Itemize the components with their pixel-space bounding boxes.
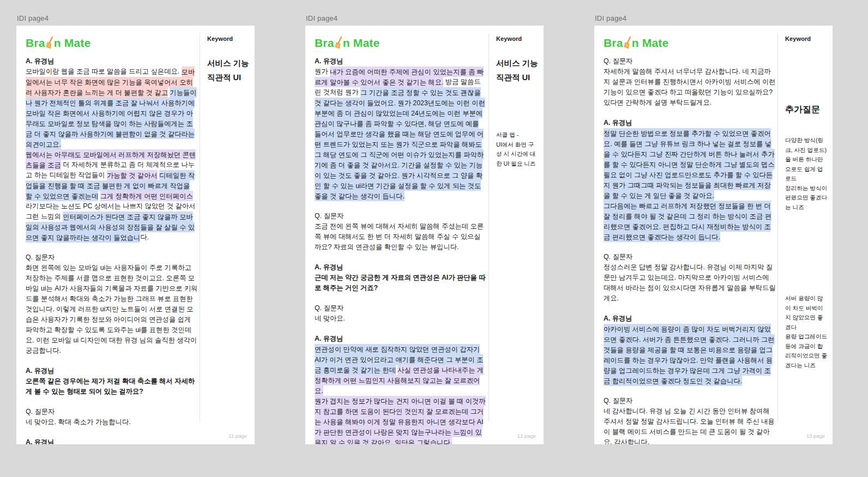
answer-paragraph: 정말 단순한 방법으로 정보를 추가할 수 있었으면 좋겠어요. 예를 들면 그… <box>604 128 776 201</box>
plain-text: 화면 왼쪽에 있는 모바일 ui는 사용자들이 주로 기록하고 저장하는 주제를… <box>26 264 198 354</box>
answer-paragraph: 뭔가 겹치는 정보가 많다는 건지 아니면 이걸 볼 때 이것까지 참고를 하면… <box>315 396 487 444</box>
highlighted-text: 아카이빙 서비스에 용량이 좀 많이 차도 버벅거리지 않았으면 좋겠다. 서버… <box>604 324 775 386</box>
speaker-label: Q. 질문자 <box>315 211 487 221</box>
question-paragraph: 자세하게 말씀해 주셔서 너무너무 감사합니다. 네 지금까지 설문과 인터뷰를… <box>604 67 776 108</box>
page-card[interactable]: Bran MateA. 유경님모바일이랑 웹을 조금 따로 말씀을 드리고 싶은… <box>16 26 255 444</box>
keyword-item: 서버 용량이 많이 차도 버벅이지 않았으면 좋겠다 용량 업그레이드 등에 과… <box>785 294 828 370</box>
speaker-label: Q. 질문자 <box>604 396 776 406</box>
frame-3: IDI page4Bran MateQ. 질문자자세하게 말씀해 주셔서 너무너… <box>594 14 833 444</box>
answer-block: A. 유경님오른쪽 같은 경우에는 제가 저걸 확대 축소를 해서 자세하게 볼… <box>26 366 198 397</box>
keyword-column-title: Keyword <box>496 35 539 42</box>
frame-title[interactable]: IDI page4 <box>595 14 833 22</box>
keyword-item: 다양한 방식(링크, 사진 업로드)을 버튼 하나만으로도 쉽게 업로드 정리하… <box>785 136 828 212</box>
page-number: 13 page <box>806 433 825 439</box>
answer-block: A. 유경님정말 단순한 방법으로 정보를 추가할 수 있었으면 좋겠어요. 예… <box>604 118 776 242</box>
plain-text: 정성스러운 답변 정말 감사합니다. 유경님 이제 마지막 질문만 남겨두고 있… <box>604 263 776 302</box>
page-number: 12 page <box>517 433 536 439</box>
highlighted-text: 그다음에는 빠르고 러프하게 저장했던 정보들을 한 번 더 잘 정리를 해야 … <box>604 201 771 242</box>
plain-text: 근데 저는 약간 궁금한 게 자료의 연관성은 AI가 판단을 따로 해주는 거… <box>315 274 486 292</box>
column-divider <box>489 33 489 421</box>
answer-paragraph: 오른쪽 같은 경우에는 제가 저걸 확대 축소를 해서 자세하게 볼 수 있는 … <box>26 376 198 397</box>
frame-title[interactable]: IDI page4 <box>17 14 255 22</box>
speaker-label: A. 유경님 <box>315 262 487 273</box>
highlighted-text: 그 기간을 조금 정할 수 있는 것도 괜찮을 것 같다는 생각이 들었어요. … <box>315 87 485 201</box>
question-paragraph: 정성스러운 답변 정말 감사합니다. 유경님 이제 마지막 질문만 남겨두고 있… <box>604 262 776 304</box>
answer-paragraph: 뭔가 내가 요즘에 어떠한 주제에 관심이 있었는지를 좀 빠르게 알아볼 수 … <box>315 67 487 201</box>
page-card[interactable]: Bran MateA. 유경님뭔가 내가 요즘에 어떠한 주제에 관심이 있었는… <box>305 26 544 444</box>
broom-icon <box>46 36 54 50</box>
brand-logo: Bran Mate <box>604 34 668 51</box>
question-paragraph: 네 맞아요. 확대 축소가 가능합니다. <box>26 417 198 427</box>
speaker-label: A. 유경님 <box>604 118 776 128</box>
column-divider <box>200 33 200 421</box>
answer-paragraph: 모바일이랑 웹을 조금 따로 말씀을 드리고 싶은데요. 모바일에서는 너무 작… <box>26 67 198 149</box>
brand-logo: Bran Mate <box>315 34 379 51</box>
logo-text-left: Bra <box>26 35 45 51</box>
plain-text: 네 감사합니다. 유경 님 오늘 긴 시간 동안 인터뷰 참여해 주셔서 정말 … <box>604 407 775 444</box>
logo-text-left: Bra <box>315 35 334 51</box>
speaker-label: A. 유경님 <box>315 334 487 344</box>
answer-paragraph: 아카이빙 서비스에 용량이 좀 많이 차도 버벅거리지 않았으면 좋겠다. 서버… <box>604 324 776 386</box>
question-paragraph: 네 감사합니다. 유경 님 오늘 긴 시간 동안 인터뷰 참여해 주셔서 정말 … <box>604 406 776 444</box>
highlighted-text: 뭔가 겹치는 정보가 많다는 건지 아니면 이걸 볼 때 이것까지 참고를 하면… <box>315 396 486 445</box>
logo-text-right: n Mate <box>343 35 380 51</box>
answer-block: A. 유경님뭔가 내가 요즘에 어떠한 주제에 관심이 있었는지를 좀 빠르게 … <box>315 56 487 201</box>
frame-1: IDI page4Bran MateA. 유경님모바일이랑 웹을 조금 따로 말… <box>16 14 255 444</box>
answer-block: A. 유경님근데 저는 약간 궁금한 게 자료의 연관성은 AI가 판단을 따로… <box>315 262 487 293</box>
frame-title[interactable]: IDI page4 <box>306 14 544 22</box>
keyword-column: Keyword서비스 기능직관적 UI서클 맵 - UI에서 화면 구성 시 시… <box>496 35 539 168</box>
answer-block: A. 유경님연관성이 만약에 새로 짐작하지 않았던 연관성이 갑자기 AI가 … <box>315 334 487 444</box>
keyword-item: 직관적 UI <box>496 70 539 84</box>
question-block: Q. 질문자네 맞아요. 확대 축소가 가능합니다. <box>26 407 198 427</box>
keyword-item: 직관적 UI <box>207 70 250 84</box>
speaker-label: A. 유경님 <box>315 56 487 67</box>
speaker-label: Q. 질문자 <box>26 252 198 263</box>
question-block: Q. 질문자자세하게 말씀해 주셔서 너무너무 감사합니다. 네 지금까지 설문… <box>604 56 776 108</box>
question-block: Q. 질문자네 감사합니다. 유경 님 오늘 긴 시간 동안 인터뷰 참여해 주… <box>604 396 776 444</box>
transcript-column: A. 유경님모바일이랑 웹을 조금 따로 말씀을 드리고 싶은데요. 모바일에서… <box>26 56 198 444</box>
keyword-item: 추가질문 <box>785 103 828 116</box>
broom-icon <box>335 36 343 50</box>
page-number: 11 page <box>228 433 247 439</box>
column-divider <box>777 33 778 421</box>
figma-canvas: IDI page4Bran MateA. 유경님모바일이랑 웹을 조금 따로 말… <box>0 0 868 477</box>
keyword-item: 서비스 기능 <box>207 56 250 70</box>
plain-text: 뭔가 <box>315 68 330 75</box>
speaker-label: A. 유경님 <box>26 366 198 376</box>
plain-text: 자세하게 말씀해 주셔서 너무너무 감사합니다. 네 지금까지 설문과 인터뷰를… <box>604 68 776 106</box>
question-paragraph: 조금 전에 왼쪽 뷰에 대해서 자세히 말씀해 주셨는데 오른쪽 뷰에 대해서도… <box>315 221 487 252</box>
answer-paragraph: 웹에서는 아무래도 모바일에서 러프하게 저장해놨던 콘텐츠들을 조금 더 자세… <box>26 149 198 243</box>
logo-text-right: n Mate <box>632 35 669 51</box>
brand-logo: Bran Mate <box>26 34 91 51</box>
answer-block: A. 유경님아카이빙 서비스에 용량이 좀 많이 차도 버벅거리지 않았으면 좋… <box>604 313 776 386</box>
keyword-item: 서비스 기능 <box>496 56 539 70</box>
keyword-column: Keyword서비스 기능직관적 UI <box>207 35 250 84</box>
transcript-column: A. 유경님뭔가 내가 요즘에 어떠한 주제에 관심이 있었는지를 좀 빠르게 … <box>315 56 487 444</box>
question-block: Q. 질문자화면 왼쪽에 있는 모바일 ui는 사용자들이 주로 기록하고 저장… <box>26 252 198 356</box>
logo-text-left: Bra <box>604 35 623 51</box>
highlighted-text: 가능할 것 같아서 <box>107 170 158 180</box>
speaker-label: Q. 질문자 <box>315 303 487 313</box>
plain-text: 오른쪽 같은 경우에는 제가 저걸 확대 축소를 해서 자세하게 볼 수 있는 … <box>26 377 195 395</box>
speaker-label: A. 유경님 <box>604 313 776 324</box>
answer-block: A. 유경님모바일이랑 웹을 조금 따로 말씀을 드리고 싶은데요. 모바일에서… <box>26 56 198 243</box>
page-card[interactable]: Bran MateQ. 질문자자세하게 말씀해 주셔서 너무너무 감사합니다. … <box>594 26 833 444</box>
answer-paragraph: 그다음에는 빠르고 러프하게 저장했던 정보들을 한 번 더 잘 정리를 해야 … <box>604 201 776 242</box>
keyword-column: Keyword추가질문다양한 방식(링크, 사진 업로드)을 버튼 하나만으로도… <box>785 35 828 370</box>
keyword-column-title: Keyword <box>785 35 828 42</box>
question-paragraph: 네 맞아요. <box>315 313 487 324</box>
speaker-label: Q. 질문자 <box>604 252 776 262</box>
transcript-column: Q. 질문자자세하게 말씀해 주셔서 너무너무 감사합니다. 네 지금까지 설문… <box>604 56 776 444</box>
speaker-label: A. 유경님 <box>26 437 198 444</box>
speaker-label: Q. 질문자 <box>604 56 776 67</box>
answer-paragraph: 연관성이 만약에 새로 짐작하지 않았던 연관성이 갑자기 AI가 이거 연관 … <box>315 344 487 396</box>
keyword-column-title: Keyword <box>207 35 250 42</box>
highlighted-text: 정말 단순한 방법으로 정보를 추가할 수 있었으면 좋겠어요. 예를 들면 그… <box>604 128 775 201</box>
plain-text: 네 맞아요. <box>315 315 345 322</box>
highlighted-text: 그게 정확하게 어떤 인터페이스 <box>100 191 193 201</box>
question-block: Q. 질문자네 맞아요. <box>315 303 487 324</box>
plain-text: 다. <box>140 233 149 241</box>
question-block: Q. 질문자조금 전에 왼쪽 뷰에 대해서 자세히 말씀해 주셨는데 오른쪽 뷰… <box>315 211 487 252</box>
question-block: Q. 질문자정성스러운 답변 정말 감사합니다. 유경님 이제 마지막 질문만 … <box>604 252 776 304</box>
plain-text: 조금 전에 왼쪽 뷰에 대해서 자세히 말씀해 주셨는데 오른쪽 뷰에 대해서도… <box>315 222 484 251</box>
